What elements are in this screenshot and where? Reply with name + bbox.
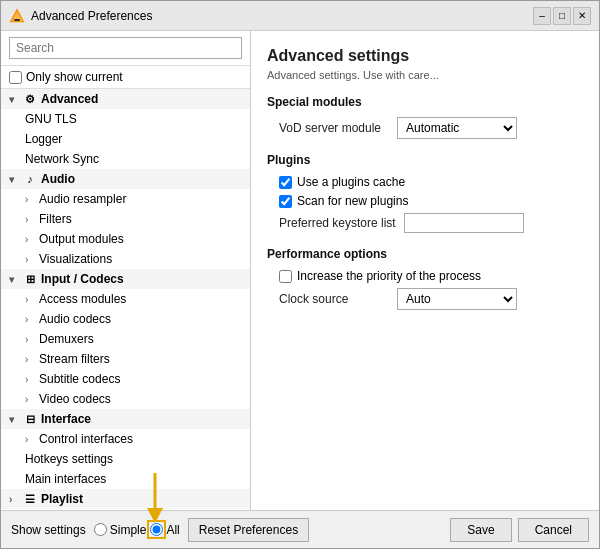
sidebar-item-stream-filters[interactable]: › Stream filters <box>1 349 250 369</box>
only-show-current-checkbox[interactable] <box>9 71 22 84</box>
vod-server-select[interactable]: Automatic None <box>397 117 517 139</box>
all-radio-option[interactable]: All <box>150 523 179 537</box>
preferred-keystore-input[interactable] <box>404 213 524 233</box>
sidebar-item-label: Logger <box>25 132 62 146</box>
sidebar-item-input-codecs[interactable]: ▾ ⊞ Input / Codecs <box>1 269 250 289</box>
sidebar-item-label: Audio codecs <box>39 312 111 326</box>
clock-source-row: Clock source Auto Default Monotonic <box>279 288 583 310</box>
sidebar-item-video-codecs[interactable]: › Video codecs <box>1 389 250 409</box>
chevron-right-icon: › <box>25 314 35 325</box>
maximize-button[interactable]: □ <box>553 7 571 25</box>
close-button[interactable]: ✕ <box>573 7 591 25</box>
reset-preferences-button[interactable]: Reset Preferences <box>188 518 309 542</box>
plugins-section: Plugins Use a plugins cache Scan for new… <box>267 153 583 233</box>
sidebar: Only show current ▾ ⚙ Advanced GNU TLS L… <box>1 31 251 510</box>
sidebar-item-demuxers[interactable]: › Demuxers <box>1 329 250 349</box>
sidebar-item-control-interfaces[interactable]: › Control interfaces <box>1 429 250 449</box>
sidebar-item-output-modules[interactable]: › Output modules <box>1 229 250 249</box>
special-modules-content: VoD server module Automatic None <box>267 117 583 139</box>
input-icon: ⊞ <box>23 272 37 286</box>
scan-new-plugins-checkbox[interactable] <box>279 195 292 208</box>
sidebar-item-label: Subtitle codecs <box>39 372 120 386</box>
sidebar-item-gnu-tls[interactable]: GNU TLS <box>1 109 250 129</box>
playlist-icon: ☰ <box>23 492 37 506</box>
gear-icon: ⚙ <box>23 92 37 106</box>
panel-subtitle: Advanced settings. Use with care... <box>267 69 583 81</box>
sidebar-item-label: Control interfaces <box>39 432 133 446</box>
sidebar-item-hotkeys-settings[interactable]: Hotkeys settings <box>1 449 250 469</box>
main-content: Only show current ▾ ⚙ Advanced GNU TLS L… <box>1 31 599 510</box>
sidebar-item-interface[interactable]: ▾ ⊟ Interface <box>1 409 250 429</box>
show-settings-label: Show settings <box>11 523 86 537</box>
use-plugins-cache-row: Use a plugins cache <box>279 175 583 189</box>
sidebar-item-logger[interactable]: Logger <box>1 129 250 149</box>
title-bar: Advanced Preferences – □ ✕ <box>1 1 599 31</box>
main-panel: Advanced settings Advanced settings. Use… <box>251 31 599 510</box>
plugins-content: Use a plugins cache Scan for new plugins… <box>267 175 583 233</box>
sidebar-item-subtitle-codecs[interactable]: › Subtitle codecs <box>1 369 250 389</box>
sidebar-item-label: Playlist <box>41 492 83 506</box>
performance-options-section: Performance options Increase the priorit… <box>267 247 583 310</box>
chevron-right-icon: › <box>25 254 35 265</box>
minimize-button[interactable]: – <box>533 7 551 25</box>
sidebar-item-audio-codecs[interactable]: › Audio codecs <box>1 309 250 329</box>
increase-priority-label: Increase the priority of the process <box>297 269 481 283</box>
sidebar-item-label: Main interfaces <box>25 472 106 486</box>
sidebar-item-label: Access modules <box>39 292 126 306</box>
vod-server-row: VoD server module Automatic None <box>279 117 583 139</box>
annotation-arrow <box>135 468 195 528</box>
clock-source-select[interactable]: Auto Default Monotonic <box>397 288 517 310</box>
sidebar-item-network-sync[interactable]: Network Sync <box>1 149 250 169</box>
chevron-right-icon: › <box>25 394 35 405</box>
chevron-right-icon: › <box>25 214 35 225</box>
increase-priority-row: Increase the priority of the process <box>279 269 583 283</box>
interface-icon: ⊟ <box>23 412 37 426</box>
sidebar-item-visualizations[interactable]: › Visualizations <box>1 249 250 269</box>
increase-priority-checkbox[interactable] <box>279 270 292 283</box>
scan-new-plugins-label: Scan for new plugins <box>297 194 408 208</box>
search-bar <box>1 31 250 66</box>
sidebar-item-playlist[interactable]: › ☰ Playlist <box>1 489 250 509</box>
save-button[interactable]: Save <box>450 518 511 542</box>
sidebar-item-label: GNU TLS <box>25 112 77 126</box>
preferred-keystore-row: Preferred keystore list <box>279 213 583 233</box>
chevron-right-icon: › <box>25 434 35 445</box>
sidebar-item-label: Output modules <box>39 232 124 246</box>
sidebar-item-audio[interactable]: ▾ ♪ Audio <box>1 169 250 189</box>
window-title: Advanced Preferences <box>31 9 152 23</box>
simple-radio[interactable] <box>94 523 107 536</box>
only-show-current-label: Only show current <box>26 70 123 84</box>
sidebar-item-label: Interface <box>41 412 91 426</box>
chevron-down-icon: ▾ <box>9 174 19 185</box>
preferred-keystore-label: Preferred keystore list <box>279 216 396 230</box>
sidebar-item-label: Network Sync <box>25 152 99 166</box>
vod-server-label: VoD server module <box>279 121 389 135</box>
sidebar-item-label: Advanced <box>41 92 98 106</box>
sidebar-item-filters[interactable]: › Filters <box>1 209 250 229</box>
svg-rect-2 <box>14 19 20 21</box>
sidebar-item-label: Hotkeys settings <box>25 452 113 466</box>
sidebar-item-audio-resampler[interactable]: › Audio resampler <box>1 189 250 209</box>
sidebar-item-label: Stream filters <box>39 352 110 366</box>
special-modules-section: Special modules VoD server module Automa… <box>267 95 583 139</box>
chevron-down-icon: ▾ <box>9 414 19 425</box>
only-show-current-row: Only show current <box>1 66 250 89</box>
sidebar-item-advanced[interactable]: ▾ ⚙ Advanced <box>1 89 250 109</box>
app-window: Advanced Preferences – □ ✕ Only show cur… <box>0 0 600 549</box>
title-bar-controls: – □ ✕ <box>533 7 591 25</box>
chevron-down-icon: ▾ <box>9 274 19 285</box>
sidebar-item-access-modules[interactable]: › Access modules <box>1 289 250 309</box>
search-input[interactable] <box>9 37 242 59</box>
clock-source-label: Clock source <box>279 292 389 306</box>
chevron-right-icon: › <box>25 334 35 345</box>
sidebar-item-label: Input / Codecs <box>41 272 124 286</box>
performance-options-title: Performance options <box>267 247 583 261</box>
chevron-right-icon: › <box>25 194 35 205</box>
sidebar-item-label: Video codecs <box>39 392 111 406</box>
chevron-down-icon: ▾ <box>9 94 19 105</box>
special-modules-title: Special modules <box>267 95 583 109</box>
sidebar-item-main-interfaces[interactable]: Main interfaces <box>1 469 250 489</box>
app-icon <box>9 8 25 24</box>
use-plugins-cache-checkbox[interactable] <box>279 176 292 189</box>
cancel-button[interactable]: Cancel <box>518 518 589 542</box>
